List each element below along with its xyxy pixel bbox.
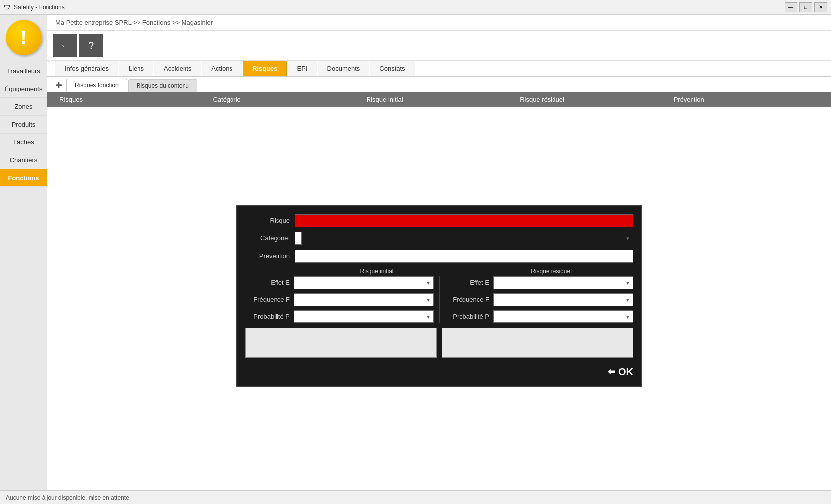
categorie-label: Catégorie: [245,234,290,242]
col-header-risque-initial: Risque initial [363,96,516,103]
sidebar-item-zones[interactable]: Zones [0,98,47,116]
frequence-f-residuel-select-wrapper [493,293,633,306]
app-icon: 🛡 [4,3,11,11]
title-bar-controls: — □ ✕ [785,2,827,12]
col-header-prevention: Prévention [670,96,823,103]
frequence-f-initial-select[interactable] [294,293,434,306]
frequence-f-initial-row: Fréquence F [245,293,434,306]
risk-modal: Risque Catégorie: Prévention [236,205,642,387]
two-col-section: Effet E Fréquence F [245,276,633,323]
modal-footer: ⬅ OK [245,363,633,378]
probabilite-p-initial-select-wrapper [294,310,434,323]
logo-exclamation: ! [21,29,27,46]
sidebar: ! Travailleurs Équipements Zones Produit… [0,15,47,504]
effet-e-residuel-select[interactable] [493,276,633,289]
tab-liens[interactable]: Liens [119,61,153,76]
status-text: Aucune mise à jour disponible, mise en a… [6,494,131,501]
breadcrumb: Ma Petite entreprise SPRL >> Fonctions >… [47,15,831,31]
risque-label: Risque [245,217,290,224]
probabilite-p-initial-label: Probabilité P [245,313,290,320]
probabilite-p-residuel-row: Probabilité P [445,310,633,323]
categorie-select[interactable] [295,232,302,245]
ok-label: OK [618,367,633,378]
tab-accidents[interactable]: Accidents [154,61,201,76]
frequence-f-residuel-select[interactable] [493,293,633,306]
col-risque-initial: Effet E Fréquence F [245,276,434,323]
effet-e-residuel-select-wrapper [493,276,633,289]
effet-e-initial-label: Effet E [245,279,290,286]
risque-row: Risque [245,214,633,227]
probabilite-p-initial-select[interactable] [294,310,434,323]
col-header-risques: Risques [55,96,209,103]
probabilite-p-residuel-label: Probabilité P [445,313,489,320]
frequence-f-residuel-label: Fréquence F [445,296,489,303]
col-header-risque-residuel: Risque résiduel [516,96,669,103]
window-title: Safetify - Fonctions [14,4,65,11]
toolbar: ← ? [47,31,831,61]
effet-e-initial-select-wrapper [294,276,434,289]
main-panel: Risque Catégorie: Prévention [47,107,831,504]
effet-e-residuel-row: Effet E [445,276,633,289]
result-box-residuel [442,328,633,358]
probabilite-p-residuel-select-wrapper [493,310,633,323]
col-header-categorie: Catégorie [209,96,362,103]
sub-tab-risques-contenu[interactable]: Risques du contenu [128,79,197,92]
sub-tab-risques-fonction[interactable]: Risques fonction [66,79,127,92]
tabs-row: Infos générales Liens Accidents Actions … [47,61,831,77]
tab-infos-generales[interactable]: Infos générales [55,61,118,76]
app-logo: ! [6,20,42,55]
close-button[interactable]: ✕ [814,2,827,12]
sub-tabs-row: + Risques fonction Risques du contenu [47,77,831,92]
effet-e-initial-select[interactable] [294,276,434,289]
modal-overlay: Risque Catégorie: Prévention [47,107,831,484]
title-bar: 🛡 Safetify - Fonctions — □ ✕ [0,0,831,15]
prevention-input[interactable] [295,250,633,263]
categorie-select-wrapper [295,232,633,245]
prevention-row: Prévention [245,250,633,263]
sidebar-item-equipements[interactable]: Équipements [0,80,47,98]
col-risque-residuel: Effet E Fréquence F [445,276,633,323]
tab-epi[interactable]: EPI [288,61,317,76]
question-icon: ? [88,39,94,52]
frequence-f-initial-select-wrapper [294,293,434,306]
sidebar-item-travailleurs[interactable]: Travailleurs [0,62,47,80]
effet-e-residuel-label: Effet E [445,279,489,286]
frequence-f-initial-label: Fréquence F [245,296,290,303]
prevention-label: Prévention [245,252,290,260]
ok-back-arrow-icon: ⬅ [608,367,615,377]
sidebar-item-produits[interactable]: Produits [0,116,47,134]
tab-documents[interactable]: Documents [318,61,369,76]
sidebar-item-chantiers[interactable]: Chantiers [0,151,47,169]
tab-actions[interactable]: Actions [202,61,242,76]
minimize-button[interactable]: — [785,2,797,12]
sidebar-item-taches[interactable]: Tâches [0,134,47,151]
probabilite-p-initial-row: Probabilité P [245,310,434,323]
ok-button[interactable]: ⬅ OK [608,367,633,378]
risque-residuel-section-label: Risque résiduel [469,268,633,275]
tab-constats[interactable]: Constats [370,61,414,76]
col-divider [439,276,440,323]
back-button[interactable]: ← [53,34,77,57]
section-headers: Risque initial Risque résiduel [295,268,633,275]
risque-input[interactable] [295,214,633,227]
tab-risques[interactable]: Risques [243,61,287,76]
table-header: Risques Catégorie Risque initial Risque … [47,92,831,107]
status-bar: Aucune mise à jour disponible, mise en a… [0,490,831,504]
result-box-initial [245,328,437,358]
probabilite-p-residuel-select[interactable] [493,310,633,323]
sidebar-item-fonctions[interactable]: Fonctions [0,169,47,187]
categorie-row: Catégorie: [245,232,633,245]
bottom-boxes [245,328,633,358]
title-bar-left: 🛡 Safetify - Fonctions [4,3,65,11]
back-arrow-icon: ← [60,39,71,52]
maximize-button[interactable]: □ [799,2,812,12]
risque-initial-section-label: Risque initial [295,268,459,275]
frequence-f-residuel-row: Fréquence F [445,293,633,306]
content-area: Ma Petite entreprise SPRL >> Fonctions >… [47,15,831,504]
add-risk-button[interactable]: + [55,79,66,91]
effet-e-initial-row: Effet E [245,276,434,289]
app-body: ! Travailleurs Équipements Zones Produit… [0,15,831,504]
help-button[interactable]: ? [79,34,103,57]
